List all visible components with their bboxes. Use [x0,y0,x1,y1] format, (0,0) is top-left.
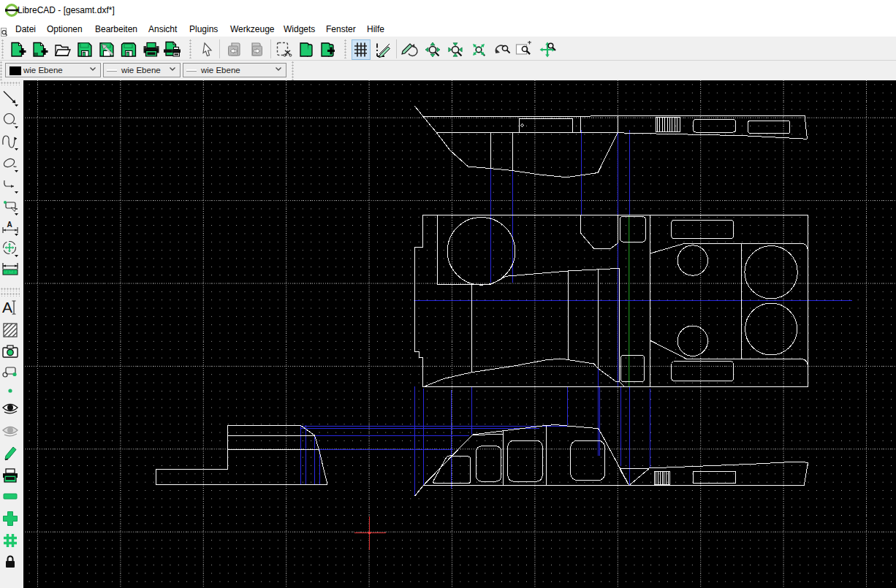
svg-text:A: A [7,221,12,229]
svg-text:A: A [2,299,12,316]
